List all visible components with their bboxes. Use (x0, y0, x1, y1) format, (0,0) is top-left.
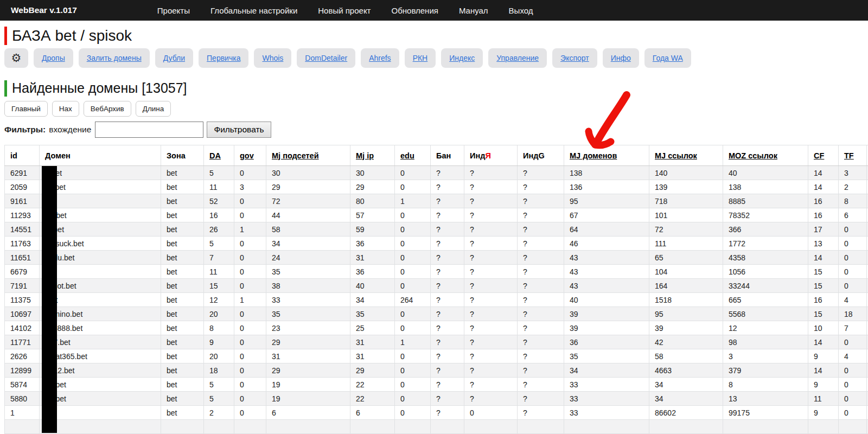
col-gov[interactable]: gov (234, 145, 266, 166)
red-accent-bar (4, 27, 7, 45)
table-row: 587410.betbet5019220???3334890 (5, 378, 868, 392)
toolbar-button-3[interactable]: Первичка (199, 48, 248, 68)
table-row: 11771o17.betbet9029311???364298140 (5, 335, 868, 349)
table-row: 2626carat365.betbet20031310???3558394 (5, 349, 868, 363)
section-title-row: Найденные домены [13057] (4, 79, 868, 97)
toolbar-button-label: Дубли (163, 54, 185, 62)
table-row: 62918.betbet5030300???13814040143 (5, 166, 868, 180)
table-row: 11651dadu.betbet7024310???43654358140 (5, 251, 868, 265)
col-tf[interactable]: TF (839, 145, 867, 166)
toolbar-button-10[interactable]: Экспорт (552, 48, 597, 68)
toolbar-button-label: Залить домены (87, 54, 142, 62)
entry-filter-input[interactable] (95, 122, 203, 138)
toolbar-button-12[interactable]: Года WA (644, 48, 691, 68)
col-mj-subnets[interactable]: Mj подсетей (266, 145, 350, 166)
nav-item-3[interactable]: Обновления (392, 6, 438, 15)
red-arrow-icon (575, 88, 632, 149)
view-button-2[interactable]: ВебАрхив (84, 101, 131, 117)
table-row: 7191erslot.betbet15038400???431643324415… (5, 279, 868, 293)
gear-icon: ⚙ (11, 52, 22, 65)
table-row: 9161betbet52072801???957188885168 (5, 194, 868, 208)
col-zone: Зона (161, 145, 204, 166)
toolbar-button-1[interactable]: Залить домены (79, 48, 150, 68)
col-ban: Бан (431, 145, 464, 166)
table-row-partial (5, 420, 868, 434)
table-body: 62918.betbet5030300???13814040143205911.… (5, 166, 868, 434)
view-buttons: ГлавныйНахВебАрхивДлина (4, 101, 868, 117)
nav-item-1[interactable]: Глобальные настройки (210, 6, 297, 15)
nav-item-4[interactable]: Мануал (459, 6, 488, 15)
col-ind-ya: ИндЯ (464, 145, 518, 166)
nav-menu: ПроектыГлобальные настройкиНовый проектО… (157, 6, 533, 15)
toolbar-button-7[interactable]: РКН (405, 48, 436, 68)
domains-table: idДоменЗонаDAgovMj подсетейMj ipeduБанИн… (4, 145, 868, 434)
redaction-bar (42, 166, 57, 433)
table-row: 11375.betbet1213334264???401518665164 (5, 293, 868, 307)
toolbar-button-9[interactable]: Управление (488, 48, 547, 68)
page-title-row: БАЗА bet / spisok (4, 25, 868, 46)
toolbar-button-label: Дропы (42, 54, 65, 62)
toolbar-button-11[interactable]: Инфо (603, 48, 639, 68)
nav-item-0[interactable]: Проекты (157, 6, 190, 15)
table-row: 10697domino.betbet20035350???39955568151… (5, 307, 868, 321)
col-da[interactable]: DA (204, 145, 234, 166)
table-row: 11293-th.betbet16044570???6710178352166 (5, 208, 868, 222)
table-row: 14102can888.betbet8023250???393912107 (5, 321, 868, 335)
header-row: idДоменЗонаDAgovMj подсетейMj ipeduБанИн… (5, 145, 868, 166)
toolbar-button-label: Whois (262, 54, 283, 62)
toolbar-button-8[interactable]: Индекс (441, 48, 483, 68)
toolbar-button-label: Инфо (611, 54, 631, 62)
col-mj-links[interactable]: MJ ссылок (649, 145, 723, 166)
toolbar-button-label: Ahrefs (369, 54, 391, 62)
entry-field-label: вхождение (49, 125, 91, 135)
table-row: 588016.betbet5019220???333413110 (5, 392, 868, 406)
toolbar-button-label: Первичка (207, 54, 240, 62)
table-row: 6679betbet11035360???431041056150 (5, 265, 868, 279)
toolbar-button-4[interactable]: Whois (254, 48, 291, 68)
view-button-0[interactable]: Главный (4, 101, 48, 117)
toolbar: ⚙ ДропыЗалить доменыДублиПервичкаWhoisDo… (4, 48, 868, 68)
toolbar-button-2[interactable]: Дубли (155, 48, 193, 68)
filter-row: Фильтры: вхождение Фильтровать (4, 122, 868, 138)
table-row: 128991912.betbet18029290???344663379140 (5, 363, 868, 378)
filter-button[interactable]: Фильтровать (207, 122, 271, 138)
green-accent-bar (4, 80, 7, 97)
settings-button[interactable]: ⚙ (4, 48, 28, 68)
table-row: 205911.betbet11329290???136139138142 (5, 180, 868, 194)
toolbar-button-label: Года WA (653, 54, 683, 62)
nav-item-2[interactable]: Новый проект (318, 6, 371, 15)
view-button-3[interactable]: Длина (136, 101, 171, 117)
toolbar-button-label: РКН (413, 54, 428, 62)
app-brand: WebBear v.1.017 (11, 5, 77, 15)
col-id: id (5, 145, 40, 166)
col-ind-g: ИндG (518, 145, 564, 166)
table-row: 14551to.betbet26158590???6472366170 (5, 222, 868, 237)
toolbar-button-6[interactable]: Ahrefs (361, 48, 399, 68)
table-row: 1betbet20660?0?33866029917590 (5, 406, 868, 420)
col-mj-ip[interactable]: Mj ip (350, 145, 395, 166)
toolbar-button-label: Экспорт (560, 54, 589, 62)
nav-item-5[interactable]: Выход (509, 6, 533, 15)
col-domain: Домен (40, 145, 161, 166)
toolbar-button-label: Индекс (449, 54, 475, 62)
toolbar-button-0[interactable]: Дропы (34, 48, 73, 68)
view-button-1[interactable]: Нах (52, 101, 79, 117)
toolbar-button-5[interactable]: DomDetailer (297, 48, 355, 68)
table-row: 11763cersuck.betbet5034360???46111177213… (5, 237, 868, 251)
top-navbar: WebBear v.1.017 ПроектыГлобальные настро… (0, 0, 868, 21)
domains-table-wrap: idДоменЗонаDAgovMj подсетейMj ipeduБанИн… (4, 145, 868, 434)
page-title: БАЗА bet / spisok (12, 27, 132, 44)
col-cf[interactable]: CF (808, 145, 839, 166)
filters-label: Фильтры: (4, 125, 46, 135)
section-title: Найденные домены [13057] (12, 80, 187, 96)
col-moz-links[interactable]: MOZ ссылок (723, 145, 808, 166)
toolbar-button-label: Управление (496, 54, 539, 62)
toolbar-button-label: DomDetailer (305, 54, 347, 62)
col-edu[interactable]: edu (395, 145, 431, 166)
